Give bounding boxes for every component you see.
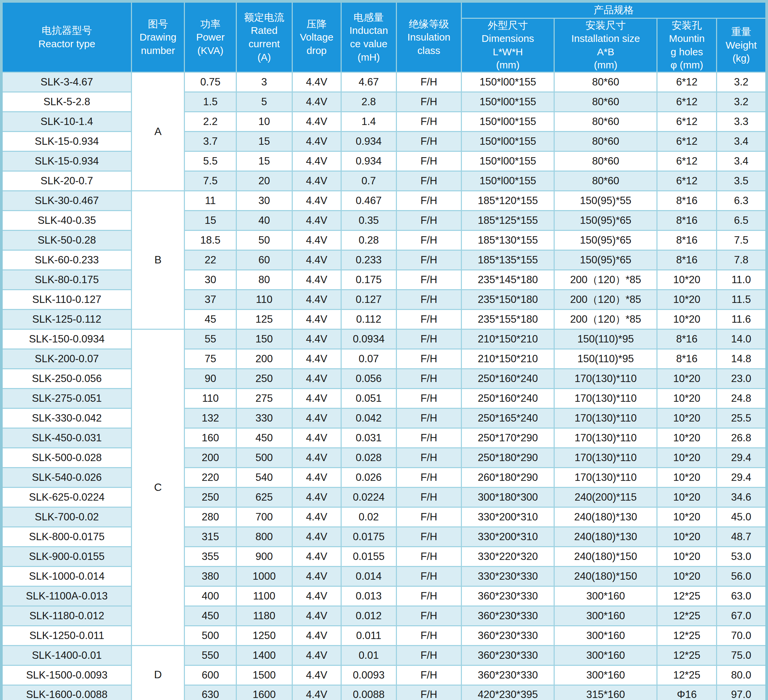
cell-mounting-holes: 6*12: [657, 131, 717, 151]
cell-weight: 3.4: [717, 131, 766, 151]
reactor-spec-sheet: 电抗器型号 Reactor type 图号 Drawing number 功率 …: [0, 0, 768, 700]
cell-weight: 6.3: [717, 191, 766, 210]
cell-dimensions: 360*230*330: [462, 665, 554, 685]
cell-dimensions: 210*150*210: [462, 349, 554, 368]
cell-installation-size: 200（120）*85: [554, 270, 657, 290]
cell-weight: 29.4: [717, 468, 766, 487]
cell-installation-size: 170(130)*110: [554, 448, 657, 468]
cell-power: 30: [184, 270, 237, 290]
cell-power: 45: [184, 309, 237, 329]
cell-weight: 14.0: [717, 329, 766, 349]
cell-dimensions: 360*230*330: [462, 606, 554, 626]
cell-power: 1.5: [184, 92, 237, 112]
cell-reactor-type: SLK-30-0.467: [2, 191, 131, 210]
table-row: SLK-20-0.7 7.5 20 4.4V 0.7 F/H 150*l00*1…: [2, 171, 766, 191]
cell-rated-current: 1250: [236, 626, 292, 646]
cell-voltage-drop: 4.4V: [292, 112, 341, 131]
cell-mounting-holes: Φ16: [657, 685, 717, 700]
cell-power: 550: [184, 646, 237, 665]
cell-rated-current: 540: [236, 468, 292, 487]
cell-rated-current: 1180: [236, 606, 292, 626]
cell-inductance: 4.67: [341, 72, 397, 92]
cell-dimensions: 185*130*155: [462, 230, 554, 250]
cell-installation-size: 80*60: [554, 72, 657, 92]
cell-voltage-drop: 4.4V: [292, 250, 341, 270]
cell-rated-current: 1600: [236, 685, 292, 700]
cell-reactor-type: SLK-1100A-0.013: [2, 586, 131, 606]
cell-inductance: 0.35: [341, 210, 397, 230]
cell-rated-current: 800: [236, 527, 292, 546]
cell-installation-size: 300*160: [554, 606, 657, 626]
cell-power: 315: [184, 527, 237, 546]
cell-installation-size: 150(95)*65: [554, 230, 657, 250]
cell-mounting-holes: 6*12: [657, 112, 717, 131]
table-row: SLK-15-0.934 5.5 15 4.4V 0.934 F/H 150*l…: [2, 151, 766, 171]
cell-rated-current: 1500: [236, 665, 292, 685]
cell-dimensions: 250*160*240: [462, 388, 554, 408]
cell-reactor-type: SLK-1250-0.011: [2, 626, 131, 646]
cell-inductance: 0.233: [341, 250, 397, 270]
cell-mounting-holes: 10*20: [657, 566, 717, 586]
cell-voltage-drop: 4.4V: [292, 151, 341, 171]
cell-reactor-type: SLK-330-0.042: [2, 408, 131, 428]
cell-dimensions: 150*l00*155: [462, 92, 554, 112]
cell-inductance: 2.8: [341, 92, 397, 112]
cell-rated-current: 5: [236, 92, 292, 112]
cell-inductance: 0.051: [341, 388, 397, 408]
cell-mounting-holes: 10*20: [657, 368, 717, 388]
cell-power: 75: [184, 349, 237, 368]
cell-mounting-holes: 10*20: [657, 468, 717, 487]
table-row: SLK-80-0.175 30 80 4.4V 0.175 F/H 235*14…: [2, 270, 766, 290]
table-row: SLK-250-0.056 90 250 4.4V 0.056 F/H 250*…: [2, 368, 766, 388]
cell-insulation-class: F/H: [396, 428, 462, 448]
table-row: SLK-800-0.0175 315 800 4.4V 0.0175 F/H 3…: [2, 527, 766, 546]
cell-mounting-holes: 6*12: [657, 151, 717, 171]
cell-installation-size: 80*60: [554, 131, 657, 151]
cell-dimensions: 150*l00*155: [462, 112, 554, 131]
cell-voltage-drop: 4.4V: [292, 646, 341, 665]
cell-inductance: 0.011: [341, 626, 397, 646]
cell-inductance: 0.467: [341, 191, 397, 210]
col-header-drawing-number: 图号 Drawing number: [131, 2, 184, 72]
cell-installation-size: 150(95)*65: [554, 210, 657, 230]
cell-power: 55: [184, 329, 237, 349]
cell-insulation-class: F/H: [396, 507, 462, 527]
cell-inductance: 0.112: [341, 309, 397, 329]
cell-dimensions: 420*230*395: [462, 685, 554, 700]
cell-voltage-drop: 4.4V: [292, 606, 341, 626]
cell-mounting-holes: 12*25: [657, 646, 717, 665]
cell-inductance: 0.934: [341, 131, 397, 151]
cell-power: 37: [184, 290, 237, 309]
cell-reactor-type: SLK-275-0.051: [2, 388, 131, 408]
cell-voltage-drop: 4.4V: [292, 368, 341, 388]
table-row: SLK-5-2.8 1.5 5 4.4V 2.8 F/H 150*l00*155…: [2, 92, 766, 112]
cell-dimensions: 185*125*155: [462, 210, 554, 230]
cell-rated-current: 275: [236, 388, 292, 408]
cell-voltage-drop: 4.4V: [292, 349, 341, 368]
table-row: SLK-275-0.051 110 275 4.4V 0.051 F/H 250…: [2, 388, 766, 408]
cell-dimensions: 250*170*290: [462, 428, 554, 448]
cell-dimensions: 360*230*330: [462, 646, 554, 665]
cell-rated-current: 450: [236, 428, 292, 448]
cell-rated-current: 30: [236, 191, 292, 210]
cell-insulation-class: F/H: [396, 685, 462, 700]
cell-weight: 63.0: [717, 586, 766, 606]
cell-power: 132: [184, 408, 237, 428]
cell-weight: 11.6: [717, 309, 766, 329]
cell-insulation-class: F/H: [396, 368, 462, 388]
cell-weight: 97.0: [717, 685, 766, 700]
cell-reactor-type: SLK-250-0.056: [2, 368, 131, 388]
cell-installation-size: 80*60: [554, 171, 657, 191]
cell-mounting-holes: 8*16: [657, 210, 717, 230]
cell-rated-current: 1400: [236, 646, 292, 665]
cell-reactor-type: SLK-200-0.07: [2, 349, 131, 368]
cell-insulation-class: F/H: [396, 487, 462, 507]
cell-installation-size: 170(130)*110: [554, 408, 657, 428]
cell-weight: 3.2: [717, 92, 766, 112]
table-row: SLK-1500-0.0093 600 1500 4.4V 0.0093 F/H…: [2, 665, 766, 685]
cell-insulation-class: F/H: [396, 112, 462, 131]
cell-weight: 26.8: [717, 428, 766, 448]
cell-insulation-class: F/H: [396, 388, 462, 408]
cell-insulation-class: F/H: [396, 586, 462, 606]
cell-installation-size: 170(130)*110: [554, 368, 657, 388]
